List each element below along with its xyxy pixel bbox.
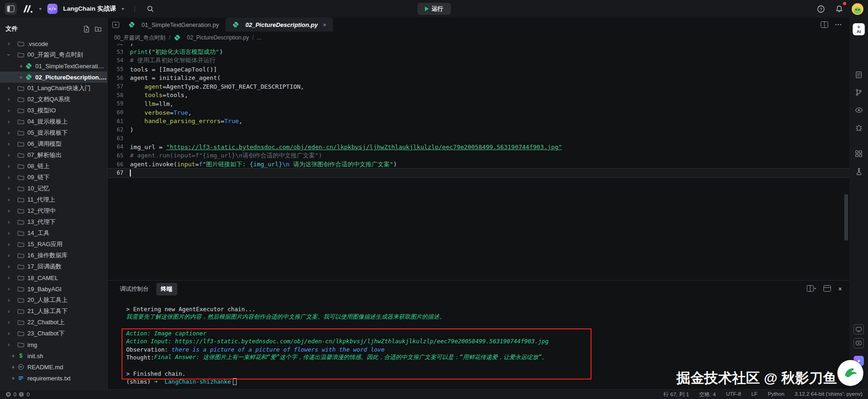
tree-item[interactable]: ›12_代理中 bbox=[0, 205, 107, 216]
problems-indicator[interactable]: 0 0 bbox=[6, 392, 30, 397]
code-line[interactable]: 66agent.invoke(input=f"图片链接如下: {img_url}… bbox=[108, 160, 849, 169]
tab-debug-console[interactable]: 调试控制台 bbox=[115, 283, 154, 295]
code-line[interactable]: 57 agent=AgentType.ZERO_SHOT_REACT_DESCR… bbox=[108, 82, 849, 91]
tree-item[interactable]: ›06_调用模型 bbox=[0, 138, 107, 150]
tree-item-label: 18_CAMEL bbox=[27, 275, 58, 281]
tree-item[interactable]: $init.sh bbox=[0, 350, 107, 361]
new-folder-icon[interactable] bbox=[95, 26, 102, 33]
editor-scrollbar[interactable] bbox=[844, 194, 848, 241]
status-item[interactable]: 3.12.2 64-bit ('shims': pyenv) bbox=[795, 391, 862, 398]
tree-item[interactable]: ›10_记忆 bbox=[0, 183, 107, 194]
code-line[interactable]: 62) bbox=[108, 125, 849, 134]
split-terminal-icon[interactable] bbox=[807, 285, 816, 293]
status-item[interactable]: UTF-8 bbox=[726, 391, 741, 398]
close-panel-icon[interactable]: × bbox=[838, 285, 842, 293]
extensions-grid-icon[interactable] bbox=[853, 148, 865, 160]
tree-item[interactable]: ›18_CAMEL bbox=[0, 272, 107, 283]
ai-assistant-icon[interactable]: ✦AI bbox=[853, 23, 865, 35]
tree-item[interactable]: ›15_RAG应用 bbox=[0, 239, 107, 250]
tree-item[interactable]: ›03_模型IO bbox=[0, 105, 107, 116]
code-line[interactable]: 64img_url = "https://lf3-static.bytednsd… bbox=[108, 143, 849, 151]
project-name[interactable]: LangChain 实战课 bbox=[63, 5, 116, 13]
webview-icon[interactable] bbox=[854, 324, 864, 334]
code-line[interactable]: 54# 使用工具初始化智能体并运行 bbox=[108, 56, 849, 65]
close-icon[interactable]: × bbox=[323, 21, 327, 28]
status-item[interactable]: 行 67, 列 1 bbox=[663, 391, 689, 398]
editor-group-icon[interactable] bbox=[109, 19, 122, 31]
tree-item[interactable]: ›07_解析输出 bbox=[0, 150, 107, 161]
tree-item[interactable]: ›09_链下 bbox=[0, 172, 107, 183]
more-actions-icon[interactable] bbox=[835, 21, 842, 28]
code-line[interactable]: 58 tools=tools, bbox=[108, 91, 849, 100]
tree-item[interactable]: ›21_人脉工具下 bbox=[0, 306, 107, 317]
tree-item[interactable]: ›08_链上 bbox=[0, 161, 107, 172]
tree-item[interactable]: ›00_开篇词_奇点时刻 bbox=[0, 49, 107, 60]
code-line[interactable]: 67 bbox=[108, 169, 849, 177]
code-line[interactable]: 59 llm=llm, bbox=[108, 99, 849, 108]
tree-item[interactable]: 02_PictureDescription.py bbox=[0, 72, 107, 83]
chevron-down-icon[interactable]: ▼ bbox=[121, 7, 125, 11]
test-flask-icon[interactable] bbox=[853, 165, 865, 177]
code-line[interactable]: 63 bbox=[108, 134, 849, 143]
tab-02-picturedescription[interactable]: 02_PictureDescription.py × bbox=[225, 18, 333, 32]
tree-item[interactable]: ›11_代理上 bbox=[0, 194, 107, 205]
tree-item[interactable]: 01_SimpleTextGeneration.py bbox=[0, 60, 107, 72]
tree-item[interactable]: ›14_工具 bbox=[0, 228, 107, 239]
monitor-icon[interactable] bbox=[854, 338, 864, 348]
source-control-icon[interactable] bbox=[853, 86, 865, 98]
tree-item[interactable]: ›04_提示模板上 bbox=[0, 116, 107, 127]
breadcrumb[interactable]: 00_开篇词_奇点时刻 / 02_PictureDescription.py /… bbox=[108, 32, 849, 44]
run-button[interactable]: 运行 bbox=[418, 3, 451, 15]
code-editor[interactable]: 52)53print("初始化大语言模型成功")54# 使用工具初始化智能体并运… bbox=[108, 44, 849, 280]
code-line[interactable]: 61 handle_parsing_errors=True, bbox=[108, 117, 849, 125]
help-icon[interactable]: ? bbox=[815, 3, 827, 15]
tree-item[interactable]: ›01_LangChain快速入门 bbox=[0, 83, 107, 94]
code-line[interactable]: 65# agent.run(input=f"{img_url}\n请创作合适的中… bbox=[108, 151, 849, 160]
status-item[interactable]: LF bbox=[751, 391, 757, 398]
folder-icon bbox=[17, 118, 25, 125]
tree-item[interactable]: README.md bbox=[0, 361, 107, 373]
chevron-icon: › bbox=[6, 185, 12, 192]
tree-item[interactable]: ›img bbox=[0, 339, 107, 350]
tree-item[interactable]: ›17_回调函数 bbox=[0, 261, 107, 272]
assistant-bubble[interactable] bbox=[837, 360, 863, 386]
chevron-down-icon[interactable]: ▼ bbox=[38, 7, 43, 11]
chevron-icon: › bbox=[6, 152, 12, 158]
notifications-bell-icon[interactable] bbox=[833, 3, 845, 15]
tab-terminal[interactable]: 终端 bbox=[156, 283, 177, 295]
docs-icon[interactable] bbox=[853, 69, 865, 81]
folder-icon bbox=[17, 85, 25, 92]
maximize-panel-icon[interactable] bbox=[823, 285, 831, 293]
code-line[interactable]: 53print("初始化大语言模型成功") bbox=[108, 48, 849, 57]
toggle-sidebar-icon[interactable] bbox=[5, 3, 17, 15]
preview-eye-icon[interactable] bbox=[853, 104, 865, 116]
tree-item[interactable]: ›19_BabyAGI bbox=[0, 283, 107, 294]
code-line[interactable]: 60 verbose=True, bbox=[108, 108, 849, 117]
notification-dot bbox=[843, 2, 846, 5]
status-item[interactable]: Python bbox=[768, 391, 784, 398]
tree-item[interactable]: ›.vscode bbox=[0, 38, 107, 49]
line-number: 66 bbox=[108, 161, 130, 168]
tree-item[interactable]: ›05_提示模板下 bbox=[0, 127, 107, 138]
tab-01-simpletextgeneration[interactable]: 01_SimpleTextGeneration.py bbox=[122, 18, 225, 32]
status-item[interactable]: 空格: 4 bbox=[699, 391, 716, 398]
search-icon[interactable] bbox=[144, 3, 156, 15]
editor-area: 01_SimpleTextGeneration.py 02_PictureDes… bbox=[108, 18, 849, 389]
tree-item[interactable]: ›13_代理下 bbox=[0, 216, 107, 228]
tree-item[interactable]: requirements.txt bbox=[0, 373, 107, 384]
folder-icon bbox=[17, 163, 25, 170]
tree-item[interactable]: ›16_操作数据库 bbox=[0, 250, 107, 261]
tree-item[interactable]: ›20_人脉工具上 bbox=[0, 294, 107, 306]
split-editor-icon[interactable] bbox=[821, 21, 828, 28]
code-line[interactable]: 52) bbox=[108, 44, 849, 48]
tree-item[interactable]: ›22_Chatbot上 bbox=[0, 317, 107, 328]
app-logo-icon[interactable] bbox=[21, 3, 33, 15]
new-file-icon[interactable] bbox=[83, 26, 90, 33]
debug-bug-icon[interactable] bbox=[853, 122, 865, 134]
tree-item-label: requirements.txt bbox=[27, 375, 71, 382]
avatar[interactable] bbox=[852, 3, 863, 15]
code-line[interactable]: 56agent = initialize_agent( bbox=[108, 73, 849, 82]
tree-item[interactable]: ›02_文档QA系统 bbox=[0, 94, 107, 105]
tree-item[interactable]: ›23_Chatbot下 bbox=[0, 328, 107, 339]
code-line[interactable]: 55tools = [ImageCapTool()] bbox=[108, 65, 849, 74]
